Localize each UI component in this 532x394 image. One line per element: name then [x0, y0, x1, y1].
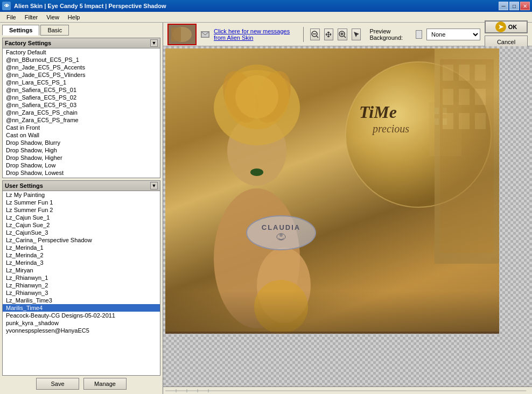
list-item[interactable]: punk_kyra _shadow	[3, 319, 160, 327]
pan-button[interactable]	[324, 29, 334, 40]
list-item[interactable]: @nn_Jade_EC5_PS_Vlinders	[3, 71, 160, 79]
list-item[interactable]: Lz Summer Fun 1	[3, 199, 160, 206]
list-item[interactable]: Cast on Wall	[3, 131, 160, 139]
list-item[interactable]: Factory Default	[3, 48, 160, 56]
svg-point-43	[250, 168, 263, 176]
list-item[interactable]: Drop Shadow, Blurry	[3, 139, 160, 146]
claudia-text: CLAUDIA	[262, 223, 301, 231]
claudia-figure-icon	[273, 233, 289, 242]
svg-rect-59	[459, 113, 470, 129]
list-item[interactable]: @nn_Jade_EC5_PS_Accents	[3, 64, 160, 71]
menu-help[interactable]: Help	[64, 13, 85, 22]
menu-file[interactable]: File	[2, 13, 20, 22]
list-item[interactable]: Lz My Painting	[3, 191, 160, 199]
svg-rect-54	[475, 65, 486, 81]
zoom-in-button[interactable]	[338, 29, 347, 40]
top-toolbar: Click here for new messages from Alien S…	[163, 23, 532, 46]
list-item[interactable]: @nn_Lara_EC5_PS_1	[3, 79, 160, 86]
minimize-button[interactable]: ─	[499, 2, 508, 10]
canvas-ruler	[163, 386, 532, 394]
svg-point-62	[279, 234, 283, 237]
list-item[interactable]: @nn_BBurnout_EC5_PS_1	[3, 56, 160, 64]
ok-button[interactable]: ➤ OK	[485, 20, 528, 33]
zoom-out-button[interactable]	[310, 29, 320, 40]
list-item[interactable]: Drop Shadow, High	[3, 146, 160, 154]
message-link[interactable]: Click here for new messages from Alien S…	[214, 28, 297, 41]
preview-bg-color-swatch	[416, 30, 422, 39]
svg-rect-51	[440, 59, 494, 253]
list-item[interactable]: Lz_Merinda_3	[3, 259, 160, 266]
list-item[interactable]: Lz_Rhianwyn_3	[3, 289, 160, 297]
list-item[interactable]: Lz_Miryan	[3, 266, 160, 274]
list-item[interactable]: Lz_Marilis_Time3	[3, 297, 160, 304]
user-settings-list[interactable]: Lz My Painting Lz Summer Fun 1 Lz Summer…	[3, 191, 160, 375]
ok-cancel-group: ➤ OK Cancel	[485, 20, 528, 48]
svg-rect-53	[459, 65, 470, 81]
toolbar-separator	[303, 27, 304, 42]
sphere-precious-text: precious	[373, 123, 409, 135]
left-panel: Settings Basic Factory Settings ▼ Factor…	[0, 23, 163, 394]
list-item[interactable]: Lz Summer Fun 2	[3, 206, 160, 214]
ok-arrow-icon: ➤	[495, 22, 506, 32]
list-item[interactable]: yvonnespsplessen@HanyaEC5	[3, 327, 160, 334]
svg-rect-60	[475, 113, 486, 129]
list-item[interactable]: Peacock-Beauty-CG Designs-05-02-2011	[3, 312, 160, 319]
list-item-selected[interactable]: Marilis_Time4	[3, 304, 160, 312]
selection-border-bottom	[165, 332, 499, 334]
list-item[interactable]: Lz_Merinda_2	[3, 251, 160, 259]
list-item[interactable]: Cast in Front	[3, 124, 160, 131]
svg-rect-55	[443, 89, 453, 105]
close-button[interactable]: ✕	[520, 2, 530, 10]
list-item[interactable]: Lz_Rhianwyn_1	[3, 274, 160, 282]
svg-line-5	[317, 36, 318, 38]
user-scroll-btn[interactable]: ▼	[150, 182, 158, 189]
right-panel: Click here for new messages from Alien S…	[163, 23, 532, 394]
svg-rect-52	[443, 65, 453, 81]
preview-bg-select[interactable]: None White Black Checkerboard	[426, 29, 480, 40]
svg-rect-57	[475, 89, 486, 105]
menu-filter[interactable]: Filter	[20, 13, 42, 22]
svg-rect-56	[459, 89, 470, 105]
manage-button[interactable]: Manage	[83, 378, 127, 390]
svg-rect-58	[443, 113, 453, 129]
list-item[interactable]: Lz_Cajun Sue_2	[3, 221, 160, 229]
list-item[interactable]: @nn_Safiera_EC5_PS_02	[3, 94, 160, 101]
tab-settings[interactable]: Settings	[2, 25, 39, 36]
list-item[interactable]: Lz_CajunSue_3	[3, 229, 160, 236]
svg-rect-2	[171, 27, 181, 41]
list-item[interactable]: @nn_Safiera_EC5_PS_03	[3, 101, 160, 109]
factory-settings-list[interactable]: Factory Default @nn_BBurnout_EC5_PS_1 @n…	[3, 48, 160, 178]
maximize-button[interactable]: □	[509, 2, 519, 10]
bottom-buttons: Save Manage	[2, 376, 160, 392]
menu-view[interactable]: View	[42, 13, 64, 22]
preview-thumb-inner	[169, 25, 195, 44]
claudia-watermark: CLAUDIA	[246, 215, 316, 250]
list-item[interactable]: Drop Shadow, Lowest	[3, 169, 160, 177]
list-item[interactable]: @nn_Zara_EC5_PS_chain	[3, 109, 160, 116]
preview-thumbnail[interactable]	[167, 24, 197, 45]
factory-settings-header: Factory Settings ▼	[3, 38, 160, 48]
list-item[interactable]: @nn_Zara_EC5_PS_frame	[3, 116, 160, 124]
factory-scroll-btn[interactable]: ▼	[150, 39, 158, 47]
main-container: Settings Basic Factory Settings ▼ Factor…	[0, 23, 532, 394]
save-button[interactable]: Save	[36, 378, 79, 390]
preview-bg-label: Preview Background:	[369, 28, 409, 41]
list-item[interactable]: Drop Shadow, Higher	[3, 154, 160, 161]
window-controls: ─ □ ✕	[499, 2, 530, 10]
list-item[interactable]: Lz_Rhianwyn_2	[3, 282, 160, 289]
list-item[interactable]: Lz_Merinda_1	[3, 244, 160, 251]
tab-bar: Settings Basic	[2, 25, 160, 36]
list-item[interactable]: @nn_Safiera_EC5_PS_01	[3, 86, 160, 94]
list-item[interactable]: Floating, High	[3, 177, 160, 178]
svg-point-40	[235, 75, 278, 118]
list-item[interactable]: Lz_Carina_ Perspective Shadow	[3, 236, 160, 244]
list-item[interactable]: Lz_Cajun Sue_1	[3, 214, 160, 221]
list-item[interactable]: Drop Shadow, Low	[3, 161, 160, 169]
menu-bar: File Filter View Help	[0, 12, 532, 23]
factory-settings-panel: Factory Settings ▼ Factory Default @nn_B…	[2, 38, 160, 178]
title-bar: 👁 Alien Skin | Eye Candy 5 Impact | Pers…	[0, 0, 532, 12]
tab-basic[interactable]: Basic	[40, 25, 69, 36]
title-text: Alien Skin | Eye Candy 5 Impact | Perspe…	[14, 3, 166, 9]
select-button[interactable]	[352, 29, 361, 40]
building-right	[435, 48, 499, 264]
